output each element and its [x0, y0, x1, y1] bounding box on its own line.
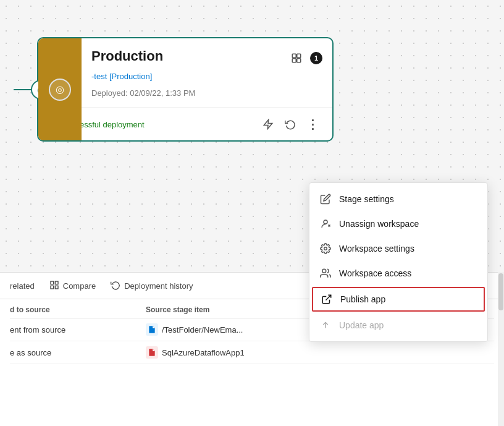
- compare-label: Compare: [63, 281, 96, 291]
- svg-line-14: [326, 295, 331, 300]
- menu-item-update-app: Update app: [309, 313, 487, 338]
- scrollbar-track[interactable]: [498, 272, 504, 426]
- row2-col2-text: SqlAzureDataflowApp1: [162, 348, 245, 357]
- card-deployed-info: Deployed: 02/09/22, 1:33 PM: [91, 88, 322, 98]
- row2-col2: SqlAzureDataflowApp1: [146, 346, 494, 359]
- scrollbar-thumb[interactable]: [498, 273, 503, 310]
- svg-rect-8: [55, 286, 58, 289]
- tab-compare[interactable]: Compare: [49, 278, 96, 294]
- tab-related[interactable]: related: [10, 279, 35, 293]
- pencil-icon: [319, 193, 332, 205]
- card-subtitle: -test [Production]: [91, 72, 322, 81]
- row2-col1: e as source: [10, 348, 146, 357]
- svg-point-12: [324, 247, 327, 250]
- related-label: related: [10, 281, 35, 291]
- row1-col2-text: /TestFolder/NewEma...: [162, 325, 243, 334]
- people-icon: [319, 267, 332, 279]
- workspace-access-label: Workspace access: [339, 268, 411, 278]
- col1-header: d to source: [10, 305, 146, 314]
- menu-item-stage-settings[interactable]: Stage settings: [309, 187, 487, 211]
- svg-marker-4: [264, 120, 272, 129]
- lightning-button[interactable]: [258, 114, 278, 134]
- deployed-date: 02/09/22, 1:33 PM: [130, 88, 195, 98]
- card-header: Production 1: [91, 48, 322, 68]
- unassign-icon: [319, 218, 332, 230]
- deployed-label: Deployed:: [91, 88, 128, 98]
- compare-icon: [49, 280, 59, 292]
- svg-rect-3: [297, 59, 301, 62]
- card-settings-button[interactable]: [287, 48, 306, 68]
- deployment-history-label: Deployment history: [124, 281, 193, 291]
- menu-item-workspace-settings[interactable]: Workspace settings: [309, 236, 487, 261]
- card-title: Production: [91, 48, 163, 64]
- notification-badge: 1: [310, 52, 322, 64]
- card-stage-icon: ◎: [49, 79, 71, 101]
- svg-rect-6: [55, 281, 58, 284]
- history-icon: [111, 280, 120, 292]
- menu-item-publish-app[interactable]: Publish app: [312, 287, 485, 312]
- stage-settings-label: Stage settings: [339, 194, 394, 204]
- workspace-settings-label: Workspace settings: [339, 244, 414, 253]
- card-header-icons: 1: [287, 48, 322, 68]
- card-left-bar: ◎: [38, 38, 82, 140]
- target-icon: ◎: [56, 83, 64, 95]
- file-icon-1: [146, 323, 158, 336]
- table-row: e as source SqlAzureDataflowApp1: [10, 341, 494, 364]
- gear-icon: [319, 242, 332, 255]
- tab-deployment-history[interactable]: Deployment history: [111, 278, 193, 294]
- file-icon-2: [146, 346, 158, 359]
- card-body: Production 1 -test [Production] Depl: [82, 38, 332, 98]
- svg-rect-7: [51, 286, 54, 289]
- update-app-label: Update app: [339, 320, 384, 330]
- row1-col1: ent from source: [10, 325, 146, 334]
- menu-item-unassign-workspace[interactable]: Unassign workspace: [309, 211, 487, 236]
- history-button[interactable]: [280, 114, 300, 134]
- update-icon: [319, 319, 332, 331]
- publish-icon: [321, 293, 333, 305]
- production-card: ◎ ◎ Production: [37, 37, 334, 142]
- svg-rect-1: [297, 54, 301, 58]
- card-footer: ✓ Successful deployment ⋮: [38, 108, 332, 140]
- unassign-workspace-label: Unassign workspace: [339, 219, 419, 229]
- more-options-button[interactable]: ⋮: [303, 114, 322, 134]
- menu-item-workspace-access[interactable]: Workspace access: [309, 261, 487, 286]
- svg-rect-2: [292, 59, 296, 62]
- svg-rect-5: [51, 281, 54, 284]
- svg-point-13: [322, 269, 326, 273]
- svg-rect-0: [292, 54, 296, 58]
- svg-point-9: [324, 220, 327, 224]
- publish-app-label: Publish app: [340, 294, 385, 304]
- context-menu: Stage settings Unassign workspace Work: [309, 182, 488, 342]
- footer-icons: ⋮: [258, 114, 322, 134]
